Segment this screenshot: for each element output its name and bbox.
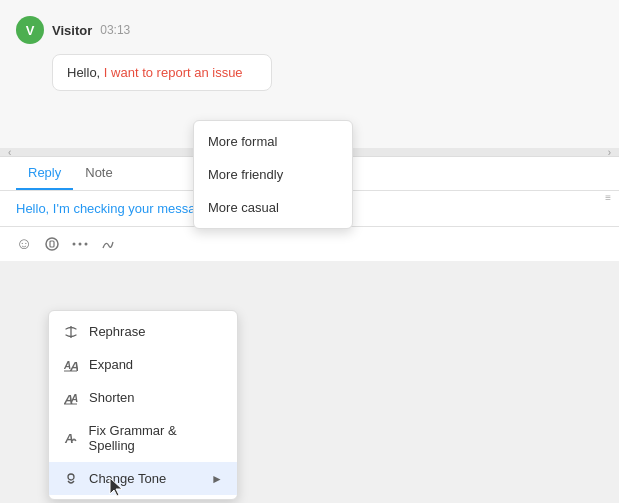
submenu-item-formal[interactable]: More formal: [194, 125, 352, 158]
svg-text:A: A: [69, 359, 78, 372]
tab-note[interactable]: Note: [73, 157, 124, 190]
submenu-item-casual[interactable]: More casual: [194, 191, 352, 224]
expand-label: Expand: [89, 357, 133, 372]
change-tone-icon: [63, 472, 79, 486]
menu-item-expand[interactable]: A A Expand: [49, 348, 237, 381]
submenu-arrow-icon: ►: [211, 472, 223, 486]
submenu-item-friendly[interactable]: More friendly: [194, 158, 352, 191]
rephrase-label: Rephrase: [89, 324, 145, 339]
expand-icon: A A: [63, 358, 79, 372]
message-bubble: Hello, I want to report an issue: [52, 54, 272, 91]
message-highlight: I want to report an issue: [104, 65, 243, 80]
svg-rect-1: [50, 241, 54, 247]
right-arrow-icon[interactable]: ›: [608, 147, 611, 158]
visitor-header: V Visitor 03:13: [16, 16, 603, 44]
svg-point-3: [79, 243, 82, 246]
cursor-icon: [108, 476, 126, 494]
svg-point-4: [85, 243, 88, 246]
toolbar: ☺: [0, 226, 619, 261]
fix-grammar-icon: A: [63, 431, 79, 445]
edit-lines-icon: ≡: [605, 192, 611, 203]
svg-text:A: A: [70, 393, 78, 404]
context-menu: Rephrase A A Expand A A Shorten A: [48, 310, 238, 500]
svg-point-0: [46, 238, 58, 250]
shorten-label: Shorten: [89, 390, 135, 405]
submenu: More formal More friendly More casual: [193, 120, 353, 229]
more-icon[interactable]: [72, 236, 88, 252]
svg-point-2: [73, 243, 76, 246]
avatar: V: [16, 16, 44, 44]
attachment-icon[interactable]: [44, 236, 60, 252]
fix-grammar-label: Fix Grammar & Spelling: [89, 423, 223, 453]
visitor-time: 03:13: [100, 23, 130, 37]
change-tone-label: Change Tone: [89, 471, 166, 486]
left-arrow-icon[interactable]: ‹: [8, 147, 11, 158]
signature-icon[interactable]: [100, 236, 116, 252]
menu-item-shorten[interactable]: A A Shorten: [49, 381, 237, 414]
menu-item-rephrase[interactable]: Rephrase: [49, 315, 237, 348]
svg-point-12: [68, 474, 74, 480]
menu-item-fix-grammar[interactable]: A Fix Grammar & Spelling: [49, 414, 237, 462]
shorten-icon: A A: [63, 391, 79, 405]
menu-item-change-tone[interactable]: Change Tone ►: [49, 462, 237, 495]
tab-reply[interactable]: Reply: [16, 157, 73, 190]
rephrase-icon: [63, 325, 79, 339]
svg-text:A: A: [64, 432, 74, 445]
emoji-icon[interactable]: ☺: [16, 235, 32, 253]
visitor-name: Visitor: [52, 23, 92, 38]
